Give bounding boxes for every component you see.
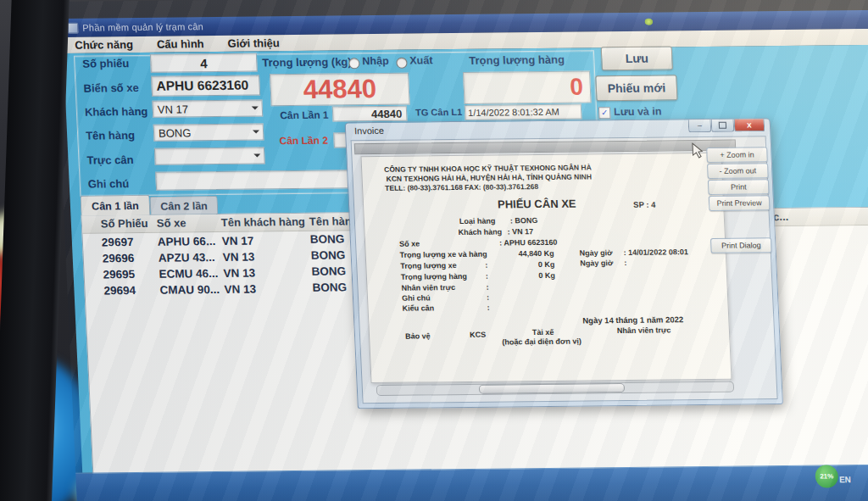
chevron-down-icon [253,153,260,160]
cell-khach: VN 13 [222,251,254,264]
colon: : [487,293,489,302]
print-preview-label: Print Preview [716,198,761,208]
header-so-xe[interactable]: Số xe [157,216,186,229]
signature-bao-ve: Bảo vệ [405,331,431,340]
maximize-icon [719,122,726,129]
app-title: Phần mềm quản lý trạm cân [82,21,203,32]
ten-hang-dropdown[interactable]: BONG [153,123,264,141]
ten-hang-value: BONG [159,126,192,139]
photo-background: Phần mềm quản lý trạm cân Chức năng Cấu … [0,0,868,501]
so-xe-doc-label: Số xe [399,240,420,248]
invoice-window: Invoice – x CÔNG TY TNHH KHOA HỌC KỸ THU… [345,118,783,409]
scrollbar-thumb[interactable] [479,383,625,394]
can-lan-1-value: 44840 [371,107,403,120]
trong-luong-hang-value: 0 [570,73,584,100]
menu-chuc-nang[interactable]: Chức năng [75,38,133,52]
khach-hang-doc-label: Khách hàng [458,227,502,237]
kieu-can-label: Kiểu cân [402,303,434,312]
zoom-in-button[interactable]: + Zoom in [706,147,768,163]
header-ten-khach-hang[interactable]: Tên khách hàng [221,215,306,229]
tab-can-2-lan[interactable]: Cân 2 lần [149,196,218,215]
mouse-cursor-icon [692,142,706,159]
tl-xe-value: 0 Kg [493,260,554,270]
xuat-radio[interactable] [396,58,408,69]
menu-gioi-thieu[interactable]: Giới thiệu [227,36,280,50]
cell-khach: VN 17 [222,235,254,248]
minimize-button[interactable]: – [688,120,712,132]
colon: : [485,261,487,270]
language-indicator[interactable]: EN [839,475,851,484]
date-line: Ngày 14 tháng 1 năm 2022 [582,315,683,325]
truc-can-dropdown[interactable] [154,147,265,164]
colon: : [624,259,626,267]
bien-so-xe-field[interactable]: APHU 6623160 [151,75,260,96]
battery-percent: 21% [820,472,833,480]
luu-va-in-label: Lưu và in [614,106,662,119]
khach-hang-label: Khách hàng [85,105,148,119]
bien-so-xe-value: APHU 6623160 [156,78,248,94]
horizontal-scrollbar[interactable] [376,381,735,396]
menu-cau-hinh[interactable]: Cấu hình [157,37,204,51]
khach-hang-doc-value: : VN 17 [507,227,533,236]
loai-hang-value: : BONG [510,216,538,225]
cell-so-xe: CMAU 90... [159,283,220,297]
nhap-label: Nhập [362,55,389,67]
can-lan-2-label: Cân Lần 2 [279,135,328,148]
phieu-moi-button[interactable]: Phiếu mới [595,75,677,101]
luu-button-label: Lưu [625,52,648,65]
document-title: PHIẾU CÂN XE [498,198,576,211]
invoice-document: CÔNG TY TNHH KHOA HỌC KỸ THUẬT TEXHONG N… [360,153,732,383]
ngay-gio-1-label: Ngày giờ [579,248,612,257]
can-lan-1-label: Cân Lần 1 [280,109,329,122]
app-icon [67,22,79,33]
nhap-radio[interactable] [348,58,360,69]
cell-so-xe: APHU 66... [158,235,216,248]
zoom-out-button[interactable]: - Zoom out [707,163,769,179]
invoice-window-title: Invoice [354,125,384,136]
maximize-button[interactable] [711,120,735,132]
cell-so-phieu: 29697 [102,236,134,248]
print-label: Print [731,182,747,191]
so-phieu-value: 4 [200,56,208,70]
truc-can-label: Trực cân [86,153,134,167]
print-dialog-button[interactable]: Print Dialog [710,237,772,253]
ghi-chu-doc-label: Ghi chú [402,293,431,302]
ghi-chu-label: Ghi chú [87,177,129,191]
print-dialog-label: Print Dialog [721,241,761,249]
monitor-screen: Phần mềm quản lý trạm cân Chức năng Cấu … [54,0,868,501]
print-button[interactable]: Print [708,179,770,195]
tl-xe-hang-label: Trọng lượng xe và hàng [400,250,487,259]
tab-can-1-lan-label: Cân 1 lần [92,199,139,212]
ngay-gio-1-value: : 14/01/2022 08:01 [623,248,688,257]
chevron-down-icon [252,106,259,113]
tab-can-1-lan[interactable]: Cân 1 lần [80,195,150,216]
so-xe-doc-value: : APHU 6623160 [499,238,558,248]
signature-tai-xe-sub: (hoặc đại diện đơn vị) [502,337,581,347]
close-icon: x [747,120,752,129]
cell-hang: BONG [310,248,345,261]
trong-luong-value: 44840 [303,74,377,105]
close-button[interactable]: x [734,119,765,131]
khach-hang-dropdown[interactable]: VN 17 [152,99,263,117]
cell-hang: BONG [311,264,346,277]
so-phieu-label: Số phiếu [82,57,130,70]
cell-khach: VN 13 [223,267,255,280]
trong-luong-hang-label: Trọng lượng hàng [469,53,565,67]
tg-can-l1-value: 1/14/2022 8:01:32 AM [468,107,559,118]
luu-button[interactable]: Lưu [601,46,673,70]
minimize-icon: – [698,122,702,130]
luu-va-in-checkbox[interactable]: ✓ [598,107,611,119]
print-preview-button[interactable]: Print Preview [709,195,771,211]
header-so-phieu[interactable]: Số Phiếu [101,217,148,231]
check-icon: ✓ [601,109,609,117]
trong-luong-display: 44840 [270,73,410,107]
so-phieu-field[interactable]: 4 [150,53,258,73]
company-phone: TELL: (80-33).3761.168 FAX: (80-33).3761… [385,182,538,192]
can-lan-1-field: 44840 [332,106,408,122]
screen-smudge [644,19,653,25]
signature-kcs: KCS [470,331,486,339]
battery-tray-badge[interactable]: 21% [815,465,838,487]
tg-can-l1-label: TG Cân L1 [415,107,463,118]
xuat-label: Xuất [409,54,433,66]
sp-number: SP : 4 [633,200,656,209]
